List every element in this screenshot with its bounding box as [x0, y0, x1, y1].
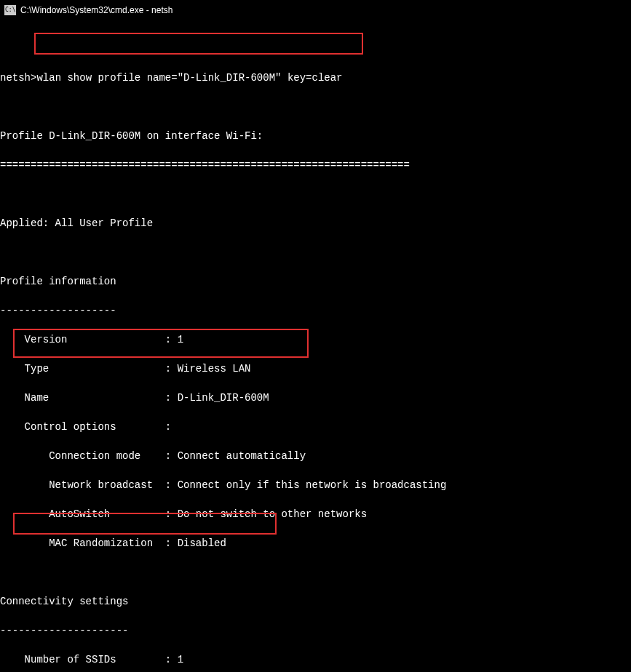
prompt-command: wlan show profile name="D-Link_DIR-600M"…: [36, 72, 342, 84]
label: Version :: [0, 334, 178, 345]
applied-line: Applied: All User Profile: [0, 216, 631, 231]
section-title-profile-info: Profile information: [0, 274, 631, 289]
value: Connect automatically: [178, 450, 306, 462]
value: 1: [178, 334, 183, 345]
value: Wireless LAN: [178, 363, 251, 375]
value: 1: [178, 654, 183, 665]
label: AutoSwitch :: [0, 508, 178, 520]
label: Control options :: [0, 421, 171, 433]
value: Connect only if this network is broadcas…: [178, 479, 447, 491]
terminal-output[interactable]: netsh>wlan show profile name="D-Link_DIR…: [0, 21, 631, 672]
value: Disabled: [178, 537, 226, 549]
prompt-prefix: netsh>: [0, 72, 36, 84]
section-dashes: -------------------: [0, 303, 631, 318]
label: Connection mode :: [0, 450, 178, 462]
label: Number of SSIDs :: [0, 654, 178, 665]
window-title: C:\Windows\System32\cmd.exe - netsh: [20, 3, 172, 17]
label: MAC Randomization :: [0, 537, 178, 549]
label: Network broadcast :: [0, 479, 178, 491]
value: D-Link_DIR-600M: [178, 392, 269, 404]
window-titlebar: C:\Windows\System32\cmd.exe - netsh: [0, 0, 631, 21]
profile-header: Profile D-Link_DIR-600M on interface Wi-…: [0, 129, 631, 143]
section-title-connectivity: Connectivity settings: [0, 594, 631, 609]
label: Type :: [0, 363, 178, 375]
divider: ========================================…: [0, 158, 631, 172]
label: Name :: [0, 392, 178, 404]
value: Do not switch to other networks: [178, 508, 367, 520]
cmd-icon: [4, 5, 16, 15]
section-dashes: ---------------------: [0, 623, 631, 638]
